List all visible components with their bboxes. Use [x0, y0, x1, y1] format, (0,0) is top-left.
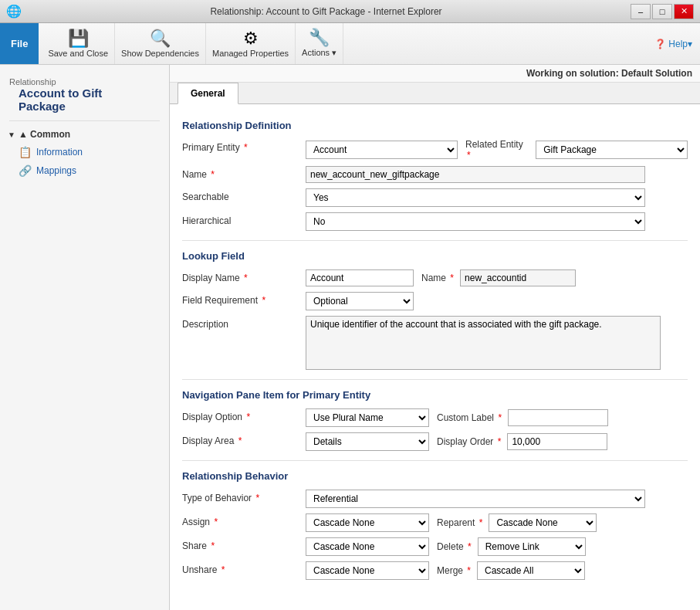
display-option-select[interactable]: Use Plural Name: [306, 408, 429, 427]
lookup-field-heading: Lookup Field: [182, 250, 688, 262]
type-of-behavior-label: Type of Behavior *: [182, 490, 306, 503]
assign-reparent-row: Assign * Cascade None Reparent * Cascade…: [182, 513, 688, 532]
hierarchical-label: Hierarchical: [182, 212, 306, 226]
assign-select[interactable]: Cascade None: [306, 513, 429, 532]
sidebar-title: Account to Gift Package: [9, 86, 160, 121]
share-select[interactable]: Cascade None: [306, 537, 429, 556]
name-input[interactable]: [306, 166, 645, 183]
help-label: Help: [668, 39, 688, 49]
information-icon: 📋: [19, 146, 32, 158]
actions-label: Actions ▾: [302, 48, 336, 58]
field-requirement-field: Optional: [306, 292, 688, 310]
searchable-select[interactable]: Yes: [306, 188, 645, 207]
lookup-displayname-row: Display Name * Name *: [182, 269, 688, 286]
nav-pane-heading: Navigation Pane Item for Primary Entity: [182, 389, 688, 401]
searchable-field: Yes: [306, 188, 688, 207]
display-area-select[interactable]: Details: [306, 432, 429, 451]
description-row: Description: [182, 316, 688, 370]
primary-entity-required: *: [244, 142, 248, 153]
name-row: Name *: [182, 166, 688, 183]
form-area: Relationship Definition Primary Entity *…: [170, 104, 700, 596]
primary-entity-select[interactable]: Account: [306, 141, 458, 159]
related-entity-label: Related Entity *: [465, 139, 529, 161]
display-order-label: Display Order *: [437, 436, 501, 447]
display-area-row: Display Area * Details Display Order *: [182, 432, 688, 451]
custom-label-label: Custom Label *: [437, 412, 502, 423]
actions-icon: 🔧: [309, 29, 330, 46]
delete-label: Delete *: [437, 541, 472, 552]
description-textarea[interactable]: [306, 316, 661, 370]
help-ribbon-item[interactable]: ❓ Help ▾: [647, 39, 700, 49]
related-entity-select[interactable]: Gift Package: [536, 141, 688, 159]
tab-general[interactable]: General: [178, 83, 238, 104]
save-close-ribbon-item[interactable]: 💾 Save and Close: [42, 23, 115, 64]
field-requirement-label: Field Requirement *: [182, 292, 306, 306]
custom-label-input[interactable]: [508, 409, 608, 426]
related-entity-pair: Related Entity * Gift Package: [465, 139, 688, 161]
delete-select[interactable]: Remove Link: [478, 537, 586, 556]
save-close-label: Save and Close: [48, 49, 108, 58]
lookup-displayname-input[interactable]: [306, 269, 414, 286]
divider-1: [182, 240, 688, 241]
type-of-behavior-select[interactable]: Referential: [306, 490, 645, 508]
dependencies-icon: 🔍: [150, 30, 171, 47]
reparent-select[interactable]: Cascade None: [489, 513, 597, 532]
managed-props-label: Managed Properties: [212, 49, 289, 58]
close-button[interactable]: ✕: [674, 4, 694, 19]
unshare-field: Cascade None Merge * Cascade All: [306, 561, 688, 580]
display-order-input[interactable]: [507, 433, 607, 450]
managed-props-ribbon-item[interactable]: ⚙ Managed Properties: [206, 23, 296, 64]
tab-bar: General: [170, 83, 700, 104]
actions-ribbon-item[interactable]: 🔧 Actions ▾: [296, 23, 343, 64]
sidebar-information-label: Information: [36, 147, 83, 158]
assign-label: Assign *: [182, 513, 306, 527]
lookup-name-pair: Name *: [421, 269, 576, 286]
sidebar-item-information[interactable]: 📋 Information: [0, 143, 169, 161]
sidebar-item-mappings[interactable]: 🔗 Mappings: [0, 161, 169, 180]
minimize-button[interactable]: –: [631, 4, 651, 19]
managed-props-icon: ⚙: [243, 30, 259, 47]
sidebar: Relationship Account to Gift Package ▼ ▲…: [0, 65, 170, 610]
merge-select[interactable]: Cascade All: [477, 561, 585, 580]
restore-button[interactable]: □: [652, 4, 672, 19]
help-icon: ❓: [654, 39, 666, 49]
name-field: [306, 166, 688, 183]
assign-field: Cascade None Reparent * Cascade None: [306, 513, 688, 532]
ribbon: File 💾 Save and Close 🔍 Show Dependencie…: [0, 23, 700, 65]
show-deps-ribbon-item[interactable]: 🔍 Show Dependencies: [115, 23, 206, 64]
sidebar-mappings-label: Mappings: [36, 165, 76, 176]
breadcrumb: Relationship Account to Gift Package: [0, 73, 169, 123]
unshare-merge-row: Unshare * Cascade None Merge * Cascade A…: [182, 561, 688, 580]
primary-entity-row: Primary Entity * Account Related Entity …: [182, 139, 688, 161]
mappings-icon: 🔗: [19, 164, 32, 177]
file-button[interactable]: File: [0, 23, 39, 64]
display-area-field: Details Display Order *: [306, 432, 688, 451]
description-label: Description: [182, 316, 306, 330]
lookup-displayname-field: Name *: [306, 269, 688, 286]
save-icon: 💾: [68, 30, 89, 47]
field-requirement-select[interactable]: Optional: [306, 292, 414, 310]
common-label: ▲ Common: [19, 129, 70, 140]
type-of-behavior-field: Referential: [306, 490, 688, 508]
relationship-definition-heading: Relationship Definition: [182, 120, 688, 131]
show-deps-label: Show Dependencies: [121, 49, 199, 58]
unshare-select[interactable]: Cascade None: [306, 561, 429, 580]
hierarchical-field: No: [306, 212, 688, 231]
hierarchical-select[interactable]: No: [306, 212, 645, 231]
reparent-pair: Reparent * Cascade None: [437, 513, 597, 532]
share-delete-row: Share * Cascade None Delete * Remove Lin…: [182, 537, 688, 556]
divider-2: [182, 379, 688, 380]
hierarchical-row: Hierarchical No: [182, 212, 688, 231]
display-option-label: Display Option *: [182, 408, 306, 422]
searchable-label: Searchable: [182, 188, 306, 202]
lookup-name-input[interactable]: [460, 269, 576, 286]
share-label: Share *: [182, 537, 306, 551]
main-content: Working on solution: Default Solution Ge…: [170, 65, 700, 610]
merge-label: Merge *: [437, 565, 471, 576]
display-order-pair: Display Order *: [437, 433, 607, 450]
primary-entity-label: Primary Entity *: [182, 139, 306, 153]
display-area-label: Display Area *: [182, 432, 306, 446]
relationship-behavior-heading: Relationship Behavior: [182, 470, 688, 482]
share-field: Cascade None Delete * Remove Link: [306, 537, 688, 556]
merge-pair: Merge * Cascade All: [437, 561, 585, 580]
